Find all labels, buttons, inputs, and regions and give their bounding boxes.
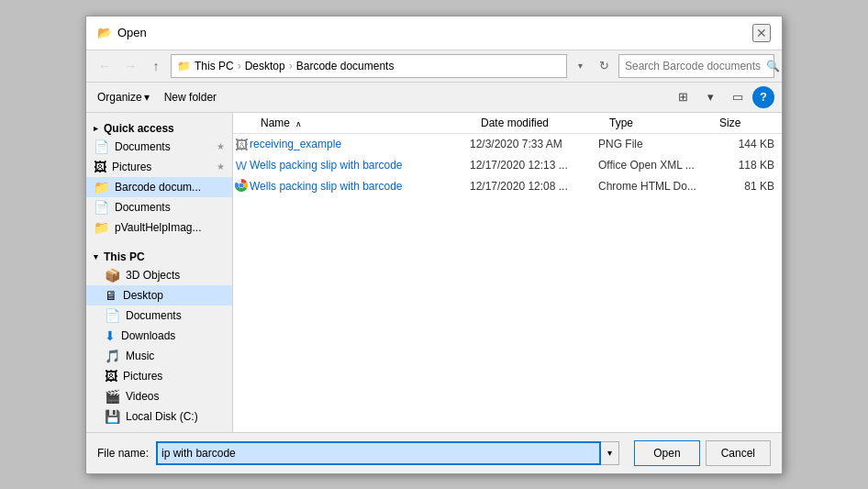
close-button[interactable]: ✕ xyxy=(752,24,771,42)
sidebar-item-music[interactable]: 🎵 Music xyxy=(86,346,232,366)
up-button[interactable]: ↑ xyxy=(145,55,167,77)
documents-pc-icon: 📄 xyxy=(105,308,120,323)
view-buttons: ⊞ ▾ ▭ ? xyxy=(670,86,774,108)
documents-icon: 📄 xyxy=(94,200,109,215)
file-list: Name ∧ Date modified Type Size 🖼 receivi… xyxy=(233,113,782,432)
folder-icon: 📁 xyxy=(94,180,109,194)
svg-point-2 xyxy=(239,183,244,187)
file-list-header: Name ∧ Date modified Type Size xyxy=(233,113,782,134)
file-type: Office Open XML ... xyxy=(598,159,708,172)
open-button[interactable]: Open xyxy=(634,440,699,466)
file-type: Chrome HTML Do... xyxy=(598,180,708,193)
sidebar-item-label: Pictures xyxy=(112,161,151,173)
sidebar-item-videos[interactable]: 🎬 Videos xyxy=(86,386,232,406)
breadcrumb-sep2: › xyxy=(289,60,293,72)
breadcrumb-desktop: Desktop xyxy=(245,60,285,72)
file-date: 12/17/2020 12:13 ... xyxy=(470,159,598,172)
pictures-pc-icon: 🖼 xyxy=(105,369,117,383)
sidebar-item-local-disk[interactable]: 💾 Local Disk (C:) xyxy=(86,406,232,427)
sidebar-item-desktop[interactable]: 🖥 Desktop xyxy=(86,285,232,306)
breadcrumb-dropdown-button[interactable]: ▾ xyxy=(571,54,589,78)
sidebar-item-label: Local Disk (C:) xyxy=(126,410,198,423)
sidebar-item-label: Music xyxy=(126,350,154,362)
sidebar-item-documents[interactable]: 📄 Documents xyxy=(86,197,232,217)
column-size[interactable]: Size xyxy=(719,117,782,129)
column-type[interactable]: Type xyxy=(609,117,719,129)
pictures-icon: 🖼 xyxy=(94,160,106,174)
breadcrumb-thispc: This PC xyxy=(195,60,234,72)
this-pc-label: This PC xyxy=(104,250,145,263)
sidebar-item-pvault[interactable]: 📁 pVaultHelpImag... xyxy=(86,217,232,238)
breadcrumb-sep1: › xyxy=(238,60,241,72)
file-type-icon xyxy=(233,179,250,194)
sidebar-item-barcode-docs[interactable]: 📁 Barcode docum... xyxy=(86,177,232,197)
file-name: Wells packing slip with barcode xyxy=(250,180,470,193)
second-toolbar: Organize ▾ New folder ⊞ ▾ ▭ ? xyxy=(86,83,782,113)
documents-icon: 📄 xyxy=(94,139,109,154)
open-dialog: 📂 Open ✕ ← → ↑ 📁 This PC › Desktop › Bar… xyxy=(85,16,783,474)
file-name-input-wrap: ▾ xyxy=(156,441,619,465)
sidebar-item-documents-pinned[interactable]: 📄 Documents ★ xyxy=(86,137,232,157)
search-bar: 🔍 xyxy=(618,54,774,78)
sidebar: ▸ Quick access 📄 Documents ★ 🖼 Pictures … xyxy=(86,113,233,432)
this-pc-section: ▾ This PC xyxy=(86,245,232,265)
view-toggle-button[interactable]: ⊞ xyxy=(670,86,696,108)
quick-access-label: Quick access xyxy=(104,122,174,135)
sidebar-item-documents-pc[interactable]: 📄 Documents xyxy=(86,306,232,326)
breadcrumb-barcode-docs: Barcode documents xyxy=(296,60,395,72)
column-name-label: Name xyxy=(261,117,290,129)
sidebar-item-label: Downloads xyxy=(121,329,175,342)
file-name: Wells packing slip with barcode xyxy=(250,159,470,172)
organize-arrow-icon: ▾ xyxy=(144,91,150,104)
file-size: 118 KB xyxy=(708,159,782,172)
file-name: receiving_example xyxy=(250,138,470,150)
desktop-icon: 🖥 xyxy=(105,288,117,303)
dialog-icon: 📂 xyxy=(97,26,112,40)
sidebar-item-downloads[interactable]: ⬇ Downloads xyxy=(86,326,232,346)
sidebar-item-3d-objects[interactable]: 📦 3D Objects xyxy=(86,265,232,285)
column-date-label: Date modified xyxy=(481,117,549,129)
sidebar-item-label: pVaultHelpImag... xyxy=(115,221,202,234)
main-content: ▸ Quick access 📄 Documents ★ 🖼 Pictures … xyxy=(86,113,782,432)
back-button[interactable]: ← xyxy=(94,55,116,77)
folder-icon: 📁 xyxy=(94,220,109,235)
table-row[interactable]: 🖼 receiving_example 12/3/2020 7:33 AM PN… xyxy=(233,134,782,156)
sidebar-item-pictures-pinned[interactable]: 🖼 Pictures ★ xyxy=(86,157,232,177)
file-type: PNG File xyxy=(598,138,708,150)
help-button[interactable]: ? xyxy=(752,86,774,108)
file-size: 81 KB xyxy=(708,180,782,193)
breadcrumb-bar[interactable]: 📁 This PC › Desktop › Barcode documents xyxy=(171,54,567,78)
title-bar: 📂 Open ✕ xyxy=(86,17,782,50)
sidebar-item-pictures-pc[interactable]: 🖼 Pictures xyxy=(86,366,232,386)
refresh-button[interactable]: ↻ xyxy=(593,55,615,77)
file-type-icon: 🖼 xyxy=(233,137,250,152)
bottom-buttons: Open Cancel xyxy=(634,440,771,466)
sidebar-item-label: Desktop xyxy=(123,289,163,302)
sidebar-item-label: Documents xyxy=(115,201,171,214)
file-name-dropdown-button[interactable]: ▾ xyxy=(601,441,619,465)
organize-label: Organize xyxy=(97,91,142,104)
cancel-button[interactable]: Cancel xyxy=(706,440,771,466)
videos-icon: 🎬 xyxy=(105,389,120,404)
file-size: 144 KB xyxy=(708,138,782,150)
details-pane-button[interactable]: ▭ xyxy=(725,86,751,108)
bottom-bar: File name: ▾ Open Cancel xyxy=(86,432,782,473)
view-dropdown-button[interactable]: ▾ xyxy=(697,86,723,108)
table-row[interactable]: Wells packing slip with barcode 12/17/20… xyxy=(233,176,782,198)
file-name-input[interactable] xyxy=(156,441,601,465)
search-input[interactable] xyxy=(625,60,762,72)
quick-access-section: ▸ Quick access xyxy=(86,117,232,137)
organize-button[interactable]: Organize ▾ xyxy=(94,86,153,108)
forward-button[interactable]: → xyxy=(119,55,141,77)
table-row[interactable]: W Wells packing slip with barcode 12/17/… xyxy=(233,156,782,176)
3d-objects-icon: 📦 xyxy=(105,268,120,283)
breadcrumb-folder-icon: 📁 xyxy=(177,60,191,72)
file-date: 12/3/2020 7:33 AM xyxy=(470,138,598,150)
new-folder-button[interactable]: New folder xyxy=(161,86,220,108)
column-date[interactable]: Date modified xyxy=(481,117,609,129)
sidebar-item-label: Pictures xyxy=(123,370,162,383)
file-name-label: File name: xyxy=(97,447,149,460)
file-type-icon: W xyxy=(233,159,250,172)
sort-arrow-icon: ∧ xyxy=(295,119,302,128)
column-name[interactable]: Name ∧ xyxy=(233,117,481,129)
